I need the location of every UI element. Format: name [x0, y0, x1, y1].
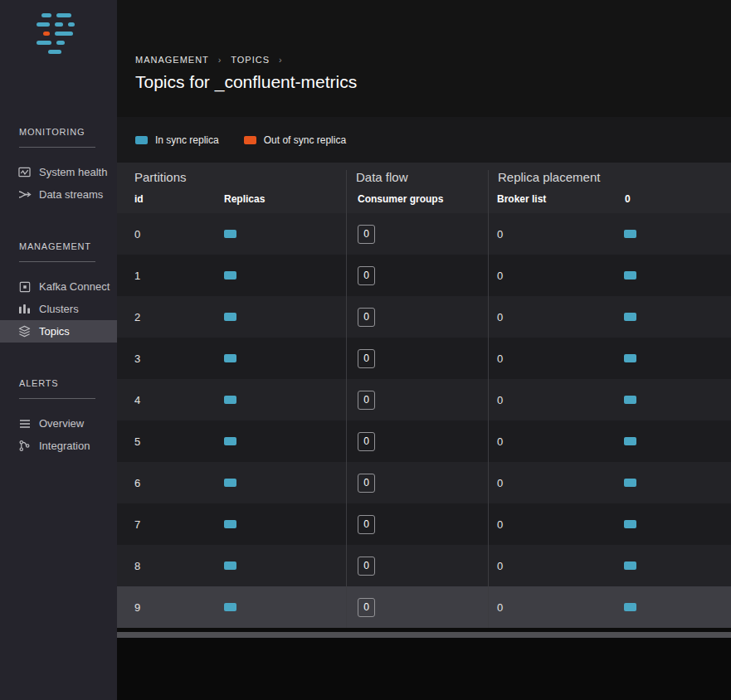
in-sync-replica-icon: [624, 603, 636, 611]
logo-dash: [56, 41, 65, 45]
in-sync-replica-icon: [224, 354, 236, 362]
consumer-groups-badge[interactable]: 0: [358, 391, 375, 410]
sidebar-item-integration[interactable]: Integration: [0, 435, 117, 457]
table-row[interactable]: 5 0 0: [117, 420, 731, 462]
cell-consumer-groups: 0: [346, 545, 488, 586]
consumer-groups-badge[interactable]: 0: [358, 225, 375, 244]
group-partitions: Partitions id Replicas: [117, 170, 346, 213]
sidebar-section-alerts: ALERTS Overview Integration: [0, 378, 117, 457]
table-row[interactable]: 7 0 0: [117, 503, 731, 545]
in-sync-replica-icon: [224, 313, 236, 321]
sidebar-item-label: System health: [39, 166, 107, 178]
cell-consumer-groups: 0: [346, 503, 488, 545]
in-sync-replica-icon: [624, 354, 636, 362]
consumer-groups-badge[interactable]: 0: [358, 515, 375, 534]
page-title: Topics for _confluent-metrics: [135, 72, 731, 92]
in-sync-replica-swatch: [135, 136, 148, 144]
cell-broker-0: [624, 586, 731, 628]
integration-icon: [17, 440, 32, 452]
data-streams-icon: [17, 189, 32, 200]
sidebar-item-label: Topics: [39, 325, 70, 338]
horizontal-scrollbar[interactable]: [117, 632, 731, 638]
consumer-groups-badge[interactable]: 0: [358, 557, 375, 576]
cell-partition-id: 4: [117, 379, 224, 420]
sidebar-item-overview[interactable]: Overview: [0, 412, 117, 435]
cell-consumer-groups: 0: [346, 296, 488, 338]
in-sync-replica-icon: [224, 603, 236, 611]
column-labels: id Replicas: [117, 193, 346, 205]
table-row[interactable]: 1 0 0: [117, 255, 731, 296]
cell-partition-id: 8: [117, 545, 224, 586]
in-sync-replica-icon: [224, 561, 236, 570]
group-replica-placement: Replica placement Broker list 0: [488, 170, 731, 213]
cell-replicas: [224, 213, 346, 255]
cell-broker-list: 0: [488, 545, 624, 586]
in-sync-replica-icon: [224, 230, 236, 238]
consumer-groups-badge[interactable]: 0: [358, 266, 375, 285]
table-row[interactable]: 6 0 0: [117, 462, 731, 503]
cell-replicas: [224, 462, 346, 503]
legend-in-sync: In sync replica: [135, 134, 219, 146]
sidebar-item-data-streams[interactable]: Data streams: [0, 183, 117, 206]
bottom-space: [117, 638, 731, 700]
sidebar-item-clusters[interactable]: Clusters: [0, 298, 117, 320]
table-row[interactable]: 8 0 0: [117, 545, 731, 586]
cell-consumer-groups: 0: [346, 586, 488, 628]
sidebar-item-topics[interactable]: Topics: [0, 320, 117, 343]
cell-broker-0: [624, 503, 731, 545]
kafka-connect-icon: [17, 281, 32, 293]
consumer-groups-badge[interactable]: 0: [358, 349, 375, 368]
in-sync-replica-icon: [224, 437, 236, 445]
table-body: 0 0 0 1 0 0 2 0 0: [117, 213, 731, 628]
table-header: Partitions id Replicas Data flow Consume…: [117, 163, 731, 213]
cell-replicas: [224, 503, 346, 545]
legend-out-of-sync: Out of sync replica: [244, 134, 346, 146]
cell-consumer-groups: 0: [346, 338, 488, 379]
overview-icon: [17, 419, 32, 429]
cell-partition-id: 3: [117, 338, 224, 379]
group-title-replica-placement: Replica placement: [489, 170, 731, 184]
sidebar-item-label: Overview: [39, 417, 84, 430]
consumer-groups-badge[interactable]: 0: [358, 474, 375, 493]
column-header-broker-list: Broker list: [489, 193, 625, 205]
sidebar-section-monitoring: MONITORING System health Data streams: [0, 127, 117, 206]
breadcrumb-topics[interactable]: TOPICS: [231, 55, 270, 65]
sidebar-item-label: Data streams: [39, 188, 103, 201]
column-header-replicas: Replicas: [224, 193, 346, 205]
column-labels: Broker list 0: [489, 193, 731, 205]
cell-broker-list: 0: [488, 586, 624, 628]
logo-dash: [37, 41, 51, 45]
sidebar-item-label: Integration: [39, 440, 90, 452]
sidebar-item-kafka-connect[interactable]: Kafka Connect: [0, 275, 117, 298]
cell-broker-list: 0: [488, 420, 624, 462]
group-data-flow: Data flow Consumer groups: [346, 170, 488, 213]
consumer-groups-badge[interactable]: 0: [358, 432, 375, 451]
logo-dash: [55, 32, 73, 36]
table-row[interactable]: 0 0 0: [117, 213, 731, 255]
table-row[interactable]: 9 0 0: [117, 586, 731, 628]
table-row[interactable]: 4 0 0: [117, 379, 731, 420]
consumer-groups-badge[interactable]: 0: [358, 308, 375, 327]
in-sync-replica-icon: [624, 520, 636, 528]
cell-partition-id: 9: [117, 586, 224, 628]
cell-partition-id: 1: [117, 255, 224, 296]
cell-consumer-groups: 0: [346, 213, 488, 255]
in-sync-replica-icon: [624, 561, 636, 570]
cell-broker-0: [624, 462, 731, 503]
cell-broker-0: [624, 338, 731, 379]
consumer-groups-badge[interactable]: 0: [358, 598, 375, 617]
sidebar-item-system-health[interactable]: System health: [0, 161, 117, 183]
cell-partition-id: 2: [117, 296, 224, 338]
cell-consumer-groups: 0: [346, 462, 488, 503]
cell-broker-list: 0: [488, 213, 624, 255]
cell-broker-0: [624, 379, 731, 420]
logo-dash: [48, 50, 61, 54]
group-title-partitions: Partitions: [117, 170, 346, 184]
legend-bar: In sync replica Out of sync replica: [117, 117, 731, 163]
section-label-alerts: ALERTS: [19, 378, 117, 388]
table-row[interactable]: 2 0 0: [117, 296, 731, 338]
table-row[interactable]: 3 0 0: [117, 338, 731, 379]
in-sync-replica-icon: [624, 479, 636, 487]
in-sync-replica-icon: [224, 271, 236, 280]
breadcrumb-management[interactable]: MANAGEMENT: [135, 55, 209, 65]
